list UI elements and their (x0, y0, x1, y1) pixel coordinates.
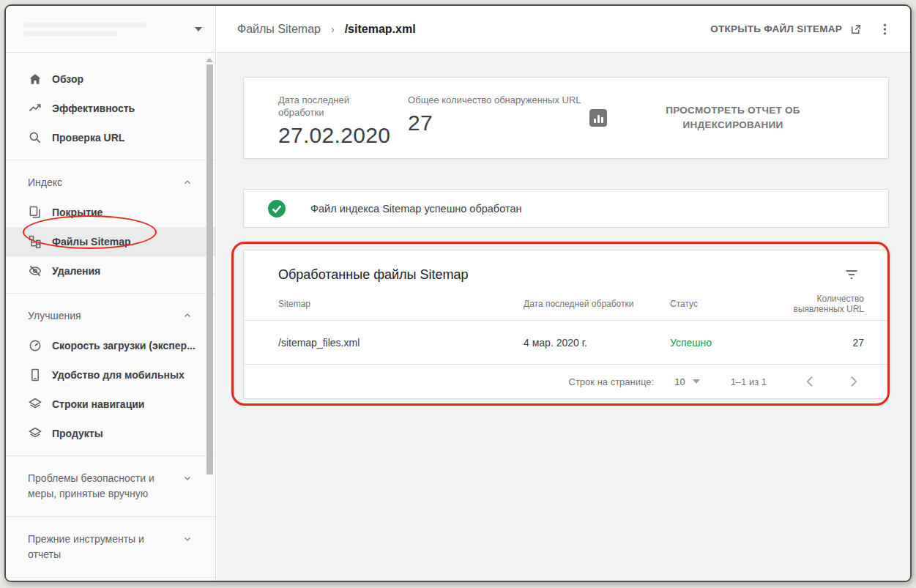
sidebar-item-label: Удобство для мобильных (52, 369, 185, 381)
sidebar-scrollbar[interactable] (205, 56, 214, 576)
breadcrumb: Файлы Sitemap › /sitemap.xml (237, 23, 416, 36)
section-header-label: Прежние инструменты и отчеты (28, 532, 167, 562)
sidebar-item-overview[interactable]: Обзор (6, 64, 215, 94)
table-title: Обработанные файлы Sitemap (278, 267, 469, 283)
stat-last-read: Дата последней обработки 27.02.2020 (278, 78, 408, 148)
stat-discovered-urls: Общее количество обнаруженных URL 27 (408, 78, 589, 135)
sidebar-item-label: Обзор (52, 73, 83, 85)
table-pagination: Строк на странице: 10 1–1 из 1 (244, 365, 888, 398)
sitemap-tree-icon (28, 234, 42, 249)
more-options-button[interactable] (879, 20, 891, 39)
stat-value: 27 (408, 111, 589, 135)
section-header-label: Проблемы безопасности и меры, принятые в… (28, 471, 167, 502)
sidebar-divider (6, 160, 215, 160)
breadcrumb-parent[interactable]: Файлы Sitemap (237, 23, 321, 36)
column-header[interactable]: Статус (670, 299, 786, 309)
stat-value: 27.02.2020 (278, 123, 408, 148)
chevron-down-icon (183, 474, 192, 483)
sidebar-divider (6, 455, 215, 456)
check-circle-icon (267, 199, 286, 218)
table-row[interactable]: /sitemap_files.xml 4 мар. 2020 г. Успешн… (244, 321, 888, 365)
external-link-icon (849, 23, 863, 36)
caret-down-icon (195, 27, 202, 31)
sidebar-item-label: Строки навигации (52, 398, 144, 410)
main-content: Дата последней обработки 27.02.2020 Обще… (217, 53, 910, 581)
pagination-range: 1–1 из 1 (731, 376, 767, 387)
breadcrumb-current: /sitemap.xml (345, 23, 416, 36)
trending-up-icon (28, 101, 42, 116)
cell-status: Успешно (670, 337, 786, 349)
layers-icon (28, 397, 42, 412)
processed-sitemaps-card: Обработанные файлы Sitemap Sitemap Дата … (243, 250, 889, 399)
top-bar: Файлы Sitemap › /sitemap.xml ОТКРЫТЬ ФАЙ… (217, 6, 910, 53)
status-banner: Файл индекса Sitemap успешно обработан (243, 189, 889, 228)
cell-url-count: 27 (786, 337, 864, 349)
filter-icon[interactable] (841, 266, 862, 283)
breadcrumb-separator-icon: › (331, 23, 335, 35)
eye-off-icon (28, 264, 42, 278)
scrollbar-up-arrow-icon[interactable] (206, 58, 213, 62)
sidebar-nav: Обзор Эффективность Проверка URL Индекс (6, 53, 215, 582)
rows-per-page-select[interactable]: 10 (674, 376, 699, 387)
sidebar-section-enhancements[interactable]: Улучшения (6, 301, 215, 331)
sidebar-divider (6, 293, 215, 294)
sidebar: Обзор Эффективность Проверка URL Индекс (6, 6, 216, 581)
smartphone-icon (28, 368, 42, 382)
speedometer-icon (28, 338, 42, 353)
sidebar-item-mobile-usability[interactable]: Удобство для мобильных (6, 360, 215, 390)
sidebar-item-products[interactable]: Продукты (6, 419, 215, 448)
previous-page-button[interactable] (802, 373, 818, 390)
section-header-label: Улучшения (28, 308, 167, 324)
index-report-block: ПРОСМОТРЕТЬ ОТЧЕТ ОБ ИНДЕКСИРОВАНИИ (589, 103, 859, 133)
sidebar-item-label: Покрытие (52, 206, 103, 218)
coverage-pages-icon (28, 205, 42, 220)
table-header-row: Sitemap Дата последней обработки Статус … (244, 287, 888, 321)
section-header-label: Индекс (28, 175, 167, 190)
status-banner-message: Файл индекса Sitemap успешно обработан (310, 203, 521, 215)
column-header[interactable]: Дата последней обработки (524, 299, 670, 309)
rows-per-page-label: Строк на странице: (569, 376, 655, 387)
chevron-up-icon (183, 311, 192, 320)
stat-label: Дата последней обработки (278, 94, 370, 119)
app-window: Обзор Эффективность Проверка URL Индекс (4, 4, 912, 582)
cell-sitemap[interactable]: /sitemap_files.xml (278, 337, 524, 349)
sidebar-item-speed[interactable]: Скорость загрузки (экспер... (6, 331, 215, 360)
layers-icon (28, 426, 42, 441)
column-header[interactable]: Количество выявленных URL (786, 294, 864, 314)
column-header[interactable]: Sitemap (278, 299, 524, 309)
sidebar-item-label: Файлы Sitemap (52, 236, 131, 248)
chevron-down-icon (183, 535, 192, 543)
chevron-up-icon (183, 178, 192, 187)
home-icon (28, 72, 42, 86)
caret-down-icon (693, 379, 700, 384)
property-selector[interactable] (6, 6, 215, 53)
property-name-redacted (23, 20, 195, 39)
stat-label: Общее количество обнаруженных URL (408, 94, 584, 106)
sidebar-item-label: Скорость загрузки (экспер... (52, 340, 196, 351)
top-bar-actions: ОТКРЫТЬ ФАЙЛ SITEMAP (710, 20, 891, 39)
sidebar-item-performance[interactable]: Эффективность (6, 94, 215, 123)
sidebar-item-label: Эффективность (52, 103, 135, 114)
summary-card: Дата последней обработки 27.02.2020 Обще… (243, 77, 889, 159)
open-sitemap-button[interactable]: ОТКРЫТЬ ФАЙЛ SITEMAP (710, 23, 863, 36)
next-page-button[interactable] (846, 373, 862, 390)
open-sitemap-label: ОТКРЫТЬ ФАЙЛ SITEMAP (710, 23, 842, 34)
sidebar-item-sitemaps[interactable]: Файлы Sitemap (6, 227, 215, 256)
sidebar-section-index[interactable]: Индекс (6, 168, 215, 198)
sidebar-item-label: Продукты (52, 428, 103, 439)
sidebar-item-url-inspection[interactable]: Проверка URL (6, 123, 215, 152)
sidebar-item-breadcrumbs[interactable]: Строки навигации (6, 390, 215, 419)
sidebar-divider (6, 516, 215, 517)
view-index-report-link[interactable]: ПРОСМОТРЕТЬ ОТЧЕТ ОБ ИНДЕКСИРОВАНИИ (638, 103, 828, 133)
rows-per-page-value: 10 (674, 376, 685, 387)
scrollbar-thumb[interactable] (206, 64, 213, 475)
sidebar-item-coverage[interactable]: Покрытие (6, 198, 215, 227)
sidebar-section-security[interactable]: Проблемы безопасности и меры, принятые в… (6, 464, 215, 509)
sidebar-section-legacy-tools[interactable]: Прежние инструменты и отчеты (6, 524, 215, 570)
bar-chart-icon[interactable] (589, 109, 607, 127)
sidebar-item-label: Проверка URL (52, 132, 124, 144)
sidebar-divider (6, 577, 215, 578)
sidebar-item-removals[interactable]: Удаления (6, 256, 215, 286)
search-icon (28, 130, 42, 145)
cell-last-read: 4 мар. 2020 г. (524, 337, 670, 349)
